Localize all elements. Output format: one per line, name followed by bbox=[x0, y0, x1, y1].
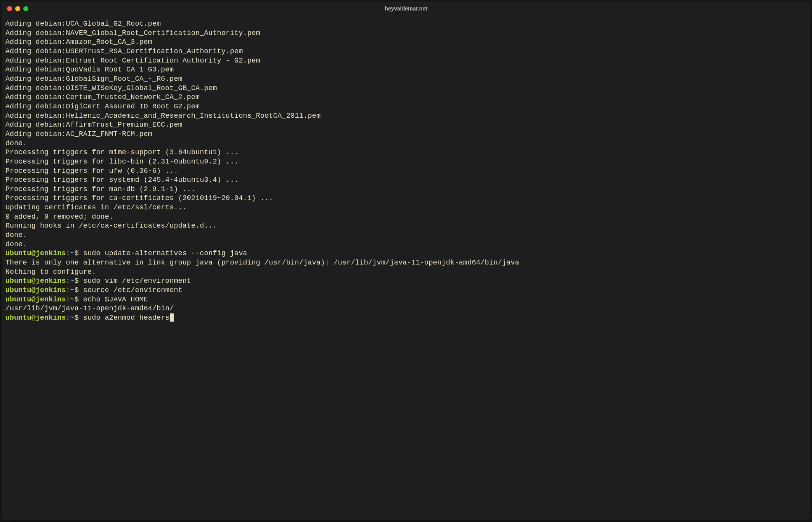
output-line: Adding debian:QuoVadis_Root_CA_1_G3.pem bbox=[5, 65, 806, 75]
output-line: Processing triggers for mime-support (3.… bbox=[5, 148, 806, 157]
command-text: sudo update-alternatives --config java bbox=[83, 249, 247, 257]
output-line: Adding debian:NAVER_Global_Root_Certific… bbox=[5, 29, 806, 38]
output-line: Adding debian:USERTrust_RSA_Certificatio… bbox=[5, 47, 806, 56]
output-line: Processing triggers for ca-certificates … bbox=[5, 194, 806, 203]
prompt-line[interactable]: ubuntu@jenkins:~$ sudo a2enmod headers bbox=[5, 313, 806, 323]
prompt-user-host: ubuntu@jenkins bbox=[5, 249, 66, 257]
close-icon[interactable] bbox=[7, 6, 12, 11]
cursor bbox=[170, 313, 174, 322]
output-line: Adding debian:AffirmTrust_Premium_ECC.pe… bbox=[5, 120, 806, 130]
command-text: sudo vim /etc/environment bbox=[83, 277, 191, 285]
prompt-path: ~ bbox=[70, 286, 75, 294]
titlebar: heyvaldemar.net bbox=[2, 2, 810, 16]
prompt-separator: : bbox=[66, 296, 70, 303]
output-line: There is only one alternative in link gr… bbox=[5, 258, 806, 268]
terminal-window: heyvaldemar.net Adding debian:UCA_Global… bbox=[2, 2, 810, 520]
output-line: 0 added, 0 removed; done. bbox=[5, 212, 806, 222]
prompt-symbol: $ bbox=[75, 314, 83, 322]
output-line: done. bbox=[5, 139, 806, 148]
prompt-path: ~ bbox=[70, 249, 75, 257]
output-line: Adding debian:OISTE_WISeKey_Global_Root_… bbox=[5, 84, 806, 93]
output-line: Adding debian:GlobalSign_Root_CA_-_R6.pe… bbox=[5, 75, 806, 84]
prompt-separator: : bbox=[66, 277, 70, 285]
prompt-line[interactable]: ubuntu@jenkins:~$ sudo vim /etc/environm… bbox=[5, 277, 806, 286]
prompt-line[interactable]: ubuntu@jenkins:~$ echo $JAVA_HOME bbox=[5, 295, 806, 304]
output-line: Processing triggers for ufw (0.36-6) ... bbox=[5, 167, 806, 176]
command-text: source /etc/environment bbox=[83, 286, 183, 294]
prompt-line[interactable]: ubuntu@jenkins:~$ source /etc/environmen… bbox=[5, 286, 806, 295]
prompt-symbol: $ bbox=[75, 296, 83, 303]
prompt-user-host: ubuntu@jenkins bbox=[5, 296, 66, 303]
command-text: echo $JAVA_HOME bbox=[83, 296, 148, 303]
prompt-symbol: $ bbox=[75, 277, 83, 285]
zoom-icon[interactable] bbox=[23, 6, 28, 11]
prompt-symbol: $ bbox=[75, 286, 83, 294]
output-line: Adding debian:Hellenic_Academic_and_Rese… bbox=[5, 111, 806, 121]
output-line: done. bbox=[5, 231, 806, 240]
output-line: Processing triggers for libc-bin (2.31-0… bbox=[5, 157, 806, 167]
minimize-icon[interactable] bbox=[15, 6, 20, 11]
command-text: sudo a2enmod headers bbox=[83, 314, 169, 322]
output-line: Adding debian:Amazon_Root_CA_3.pem bbox=[5, 38, 806, 47]
prompt-path: ~ bbox=[70, 277, 75, 285]
window-title: heyvaldemar.net bbox=[2, 5, 810, 12]
prompt-user-host: ubuntu@jenkins bbox=[5, 277, 66, 285]
output-line: done. bbox=[5, 240, 806, 249]
output-line: Adding debian:UCA_Global_G2_Root.pem bbox=[5, 19, 806, 29]
prompt-separator: : bbox=[66, 249, 70, 257]
prompt-user-host: ubuntu@jenkins bbox=[5, 314, 66, 322]
output-line: Processing triggers for systemd (245.4-4… bbox=[5, 176, 806, 185]
output-line: Adding debian:Certum_Trusted_Network_CA_… bbox=[5, 93, 806, 102]
output-line: Adding debian:DigiCert_Assured_ID_Root_G… bbox=[5, 102, 806, 111]
output-line: Running hooks in /etc/ca-certificates/up… bbox=[5, 221, 806, 231]
prompt-separator: : bbox=[66, 286, 70, 294]
prompt-separator: : bbox=[66, 314, 70, 322]
prompt-user-host: ubuntu@jenkins bbox=[5, 286, 66, 294]
prompt-symbol: $ bbox=[75, 249, 83, 257]
output-line: Adding debian:AC_RAIZ_FNMT-RCM.pem bbox=[5, 130, 806, 139]
output-line: Updating certificates in /etc/ssl/certs.… bbox=[5, 203, 806, 212]
window-controls bbox=[7, 6, 28, 11]
output-line: /usr/lib/jvm/java-11-openjdk-amd64/bin/ bbox=[5, 304, 806, 313]
prompt-line[interactable]: ubuntu@jenkins:~$ sudo update-alternativ… bbox=[5, 249, 806, 258]
prompt-path: ~ bbox=[70, 296, 75, 303]
output-line: Adding debian:Entrust_Root_Certification… bbox=[5, 56, 806, 66]
terminal-body[interactable]: Adding debian:UCA_Global_G2_Root.pemAddi… bbox=[2, 16, 810, 520]
prompt-path: ~ bbox=[70, 314, 75, 322]
output-line: Processing triggers for man-db (2.9.1-1)… bbox=[5, 185, 806, 194]
output-line: Nothing to configure. bbox=[5, 268, 806, 277]
